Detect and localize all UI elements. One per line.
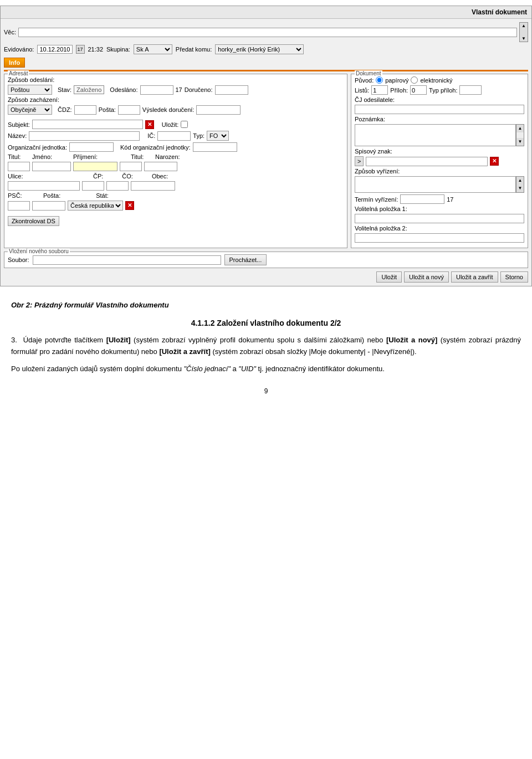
ulozit-checkbox[interactable] — [181, 121, 188, 128]
ulozit-novy-button[interactable]: Uložit a nový — [404, 271, 449, 283]
vol1-input[interactable] — [355, 214, 524, 223]
date-calendar-icon[interactable]: 17 — [76, 45, 85, 54]
soubor-input[interactable] — [33, 255, 221, 265]
odeslano-input[interactable] — [140, 85, 173, 95]
cp-input[interactable] — [82, 181, 104, 191]
file-row: Soubor: Procházet... — [8, 254, 524, 265]
vol2-input-row — [355, 233, 524, 243]
psc-input[interactable] — [8, 201, 30, 211]
zkontrolovat-ds-button[interactable]: Zkontrolovat DS — [8, 216, 59, 226]
vlozeni-panel: Vložení nového souboru Soubor: Procházet… — [4, 252, 528, 268]
evidovano-label: Evidováno: — [4, 46, 34, 53]
cdz-input[interactable] — [74, 105, 96, 115]
spisovy-arrow-button[interactable]: > — [355, 156, 364, 166]
termin-input[interactable] — [400, 194, 444, 204]
cj-odesilatele-input[interactable] — [355, 105, 524, 114]
poznamka-scrollbar[interactable]: ▲ ▼ — [516, 124, 524, 146]
zpusob-zachazeni-label: Způsob zacházení: — [8, 96, 59, 103]
doruceno-label: Doručeno: — [185, 86, 213, 93]
zpusob-odeslani-select[interactable]: Poštou — [8, 85, 52, 95]
stat-select[interactable]: Česká republika — [68, 201, 123, 211]
poznamka-label-row: Poznámka: — [355, 116, 524, 122]
zpusob-zachazeni-select[interactable]: Obyčejně — [8, 105, 52, 115]
co-input[interactable] — [106, 181, 129, 191]
scroll-up-icon[interactable]: ▲ — [521, 23, 526, 28]
zpusob-vyrizeni-textarea[interactable] — [355, 176, 516, 193]
ulice-label: Ulice: — [8, 173, 35, 180]
spisovy-input[interactable] — [366, 157, 488, 166]
zpusob-scroll[interactable]: ▲ ▼ — [516, 176, 524, 193]
vol2-input[interactable] — [355, 233, 524, 243]
kod-org-input[interactable] — [193, 142, 237, 152]
odeslano-label: Odesláno: — [110, 86, 137, 93]
vol1-input-row — [355, 214, 524, 223]
vol2-label: Volitelná položka 2: — [355, 225, 407, 232]
odeslani-row: Způsob odeslání: — [8, 76, 344, 83]
typ-select[interactable]: FO — [207, 131, 229, 141]
obec-label: Obec: — [152, 173, 168, 180]
ulice-input[interactable] — [8, 181, 80, 191]
psc-inputs-row: Česká republika ✕ — [8, 201, 344, 211]
poznamka-scroll-track[interactable] — [516, 132, 524, 138]
titul2-label: Titul: — [131, 153, 153, 160]
odeslano-calendar-icon[interactable]: 17 — [176, 86, 182, 93]
posta2-input[interactable] — [32, 201, 65, 211]
scroll-down-icon[interactable]: ▼ — [521, 36, 526, 41]
jmeno-input[interactable] — [32, 162, 71, 171]
narozen-input[interactable] — [144, 162, 177, 171]
doruceno-input[interactable] — [215, 85, 248, 95]
poznamka-scroll-up[interactable]: ▲ — [516, 125, 524, 132]
subjekt-input[interactable] — [32, 120, 143, 129]
zpusob-scroll-up[interactable]: ▲ — [516, 177, 524, 184]
zpusob-scroll-down[interactable]: ▼ — [516, 184, 524, 192]
predat-label: Předat komu: — [176, 46, 212, 53]
jmeno-label: Jméno: — [32, 153, 71, 160]
vol1-label: Volitelná položka 1: — [355, 206, 407, 212]
vec-label: Věc: — [4, 29, 16, 35]
stat-clear-button[interactable]: ✕ — [125, 201, 134, 210]
vysledek-doruceni-input[interactable] — [196, 105, 241, 115]
org-jednotka-input[interactable] — [69, 142, 114, 152]
ulozit-zavrit-button[interactable]: Uložit a zavřít — [451, 271, 498, 283]
jmeno-labels-row: Titul: Jméno: Příjmení: Titul: Narozen: — [8, 153, 344, 160]
info-button[interactable]: Info — [4, 58, 25, 68]
co-label: ČO: — [122, 173, 133, 180]
psc-label: PSČ: — [8, 192, 24, 199]
priloha-label: Příloh: — [390, 87, 408, 94]
psc-labels-row: PSČ: Pošta: Stát: — [8, 192, 344, 199]
puvod-papirovy-radio[interactable] — [376, 76, 383, 84]
ulozit-button[interactable]: Uložit — [376, 271, 402, 283]
soubor-label: Soubor: — [8, 257, 29, 263]
vec-input[interactable] — [18, 28, 517, 37]
obec-input[interactable] — [131, 181, 175, 191]
skupina-label: Skupina: — [106, 46, 130, 53]
spisovy-clear-button[interactable]: ✕ — [490, 157, 499, 166]
poznamka-scroll-down[interactable]: ▼ — [516, 138, 524, 146]
skupina-select[interactable]: Sk A — [134, 44, 172, 54]
titul-input[interactable] — [8, 162, 30, 171]
subjekt-clear-button[interactable]: ✕ — [145, 120, 154, 129]
priloha-input[interactable] — [410, 85, 427, 95]
puvod-elektronicky-radio[interactable] — [411, 76, 418, 84]
listu-input[interactable] — [371, 85, 388, 95]
termin-calendar-icon[interactable]: 17 — [447, 196, 453, 203]
storno-button[interactable]: Storno — [500, 271, 528, 283]
titul2-input[interactable] — [120, 162, 142, 171]
vec-scrollbar[interactable]: ▲ ▼ — [519, 22, 528, 42]
predat-select[interactable]: horky_erik (Horký Erik) — [215, 44, 304, 54]
browse-button[interactable]: Procházet... — [224, 254, 267, 265]
ulozit-label: Uložit: — [162, 121, 179, 128]
ic-input[interactable] — [157, 131, 191, 141]
kod-org-label: Kód organizační jednotky: — [120, 144, 191, 151]
poznamka-textarea[interactable] — [355, 124, 516, 146]
window-titlebar: Vlastní dokument — [1, 6, 531, 19]
typ-priloha-input[interactable] — [459, 85, 482, 95]
prijmeni-input[interactable] — [73, 162, 117, 171]
cj-input-row — [355, 105, 524, 114]
vec-row: Věc: ▲ ▼ — [4, 22, 528, 42]
posta-input[interactable] — [118, 105, 140, 115]
main-columns: Adresát Způsob odeslání: Poštou Stav: Za… — [4, 74, 528, 248]
puvod-label: Původ: — [355, 77, 374, 84]
nazev-input[interactable] — [29, 131, 140, 141]
zachazeni-label-row: Způsob zacházení: — [8, 96, 344, 103]
